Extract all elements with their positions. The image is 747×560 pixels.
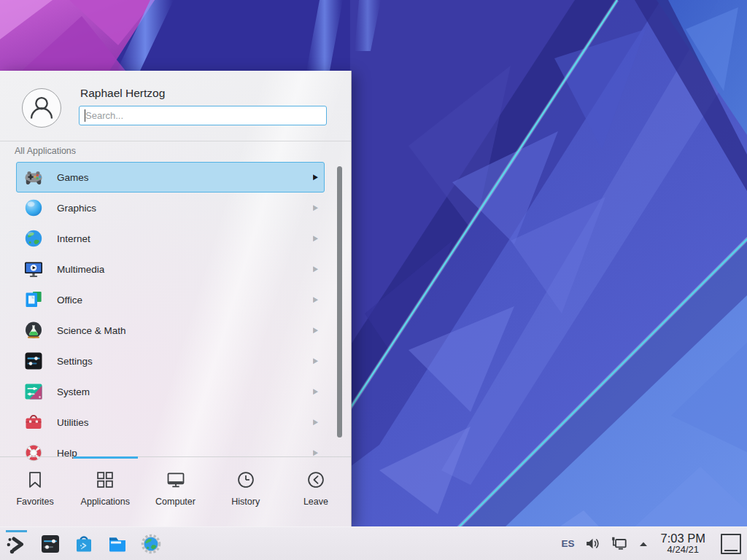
category-label: Graphics bbox=[57, 203, 313, 214]
kde-launcher-icon bbox=[6, 533, 28, 555]
utilities-icon bbox=[23, 412, 44, 432]
show-desktop-icon[interactable] bbox=[721, 534, 741, 554]
tab-computer[interactable]: Computer bbox=[140, 457, 210, 526]
games-icon bbox=[23, 167, 44, 187]
category-utilities[interactable]: Utilities ▶ bbox=[16, 407, 325, 438]
launcher-tab-bar: Favorites Applications Compute bbox=[0, 456, 351, 526]
submenu-arrow-icon: ▶ bbox=[313, 357, 318, 365]
category-label: Settings bbox=[57, 356, 313, 367]
person-icon bbox=[23, 90, 60, 126]
section-label: All Applications bbox=[15, 146, 76, 156]
discover-icon bbox=[73, 533, 95, 555]
submenu-arrow-icon: ▶ bbox=[313, 295, 318, 304]
submenu-arrow-icon: ▶ bbox=[313, 265, 318, 273]
office-icon bbox=[23, 289, 44, 310]
network-icon[interactable] bbox=[611, 535, 628, 553]
category-label: Internet bbox=[57, 233, 313, 244]
category-multimedia[interactable]: Multimedia ▶ bbox=[16, 254, 325, 284]
submenu-arrow-icon: ▶ bbox=[313, 326, 318, 335]
dolphin-folder-icon bbox=[107, 533, 128, 555]
favorites-icon bbox=[25, 470, 45, 490]
search-input[interactable] bbox=[79, 106, 327, 125]
graphics-icon bbox=[23, 198, 44, 218]
tab-label: Computer bbox=[155, 497, 196, 507]
category-games[interactable]: Games ▶ bbox=[16, 162, 325, 192]
discover-button[interactable] bbox=[71, 529, 96, 559]
launcher-header: Raphael Hertzog bbox=[0, 71, 351, 141]
category-graphics[interactable]: Graphics ▶ bbox=[16, 192, 325, 223]
taskbar-panel: ES 7:03 PM 4/24/21 bbox=[0, 526, 747, 560]
category-label: Science & Math bbox=[57, 325, 313, 336]
clock-date: 4/24/21 bbox=[661, 545, 705, 555]
desktop: Raphael Hertzog All Applications bbox=[0, 0, 747, 560]
tab-label: History bbox=[231, 497, 260, 507]
expand-tray-icon[interactable] bbox=[638, 538, 649, 550]
history-icon bbox=[236, 470, 256, 490]
category-list: Games ▶ Graphics ▶ bbox=[16, 162, 325, 468]
user-name: Raphael Hertzog bbox=[80, 87, 165, 100]
file-manager-button[interactable] bbox=[105, 529, 130, 559]
system-settings-icon bbox=[39, 533, 61, 555]
applications-icon bbox=[95, 470, 115, 490]
settings-icon bbox=[23, 351, 44, 371]
system-tray: ES 7:03 PM 4/24/21 bbox=[562, 532, 741, 555]
leave-icon bbox=[306, 470, 326, 490]
web-browser-button[interactable] bbox=[139, 529, 163, 559]
tab-applications[interactable]: Applications bbox=[70, 457, 140, 526]
digital-clock[interactable]: 7:03 PM 4/24/21 bbox=[661, 532, 705, 555]
submenu-arrow-icon: ▶ bbox=[313, 203, 318, 212]
active-tab-indicator bbox=[74, 456, 138, 459]
tab-favorites[interactable]: Favorites bbox=[0, 457, 70, 526]
tab-label: Applications bbox=[81, 497, 130, 507]
keyboard-layout-indicator[interactable]: ES bbox=[562, 538, 575, 549]
category-label: Utilities bbox=[57, 417, 313, 428]
tab-label: Leave bbox=[303, 497, 328, 507]
active-task-indicator bbox=[6, 530, 27, 532]
menu-scrollbar[interactable] bbox=[337, 166, 342, 438]
category-label: System bbox=[57, 386, 313, 397]
search-box bbox=[79, 106, 327, 125]
user-avatar[interactable] bbox=[22, 88, 61, 128]
category-settings[interactable]: Settings ▶ bbox=[16, 346, 325, 376]
multimedia-icon bbox=[23, 259, 44, 279]
system-settings-button[interactable] bbox=[38, 529, 63, 559]
submenu-arrow-icon: ▶ bbox=[313, 387, 318, 396]
category-label: Office bbox=[57, 295, 313, 306]
tab-leave[interactable]: Leave bbox=[281, 457, 351, 526]
text-caret bbox=[85, 109, 85, 122]
application-launcher-menu: Raphael Hertzog All Applications bbox=[0, 71, 352, 526]
tab-history[interactable]: History bbox=[211, 457, 281, 526]
category-office[interactable]: Office ▶ bbox=[16, 284, 325, 315]
volume-icon[interactable] bbox=[584, 535, 601, 552]
computer-icon bbox=[166, 470, 186, 490]
browser-globe-icon bbox=[140, 533, 162, 555]
system-icon bbox=[23, 381, 44, 402]
category-label: Games bbox=[57, 172, 313, 183]
category-science-math[interactable]: Science & Math ▶ bbox=[16, 315, 325, 346]
submenu-arrow-icon: ▶ bbox=[313, 418, 318, 427]
category-label: Multimedia bbox=[57, 264, 313, 275]
category-system[interactable]: System ▶ bbox=[16, 376, 325, 407]
internet-icon bbox=[23, 228, 44, 249]
submenu-arrow-icon: ▶ bbox=[313, 173, 318, 182]
tab-label: Favorites bbox=[16, 497, 53, 507]
science-icon bbox=[23, 320, 44, 341]
category-internet[interactable]: Internet ▶ bbox=[16, 223, 325, 254]
clock-time: 7:03 PM bbox=[661, 532, 705, 545]
submenu-arrow-icon: ▶ bbox=[313, 234, 318, 243]
application-launcher-button[interactable] bbox=[4, 529, 29, 559]
